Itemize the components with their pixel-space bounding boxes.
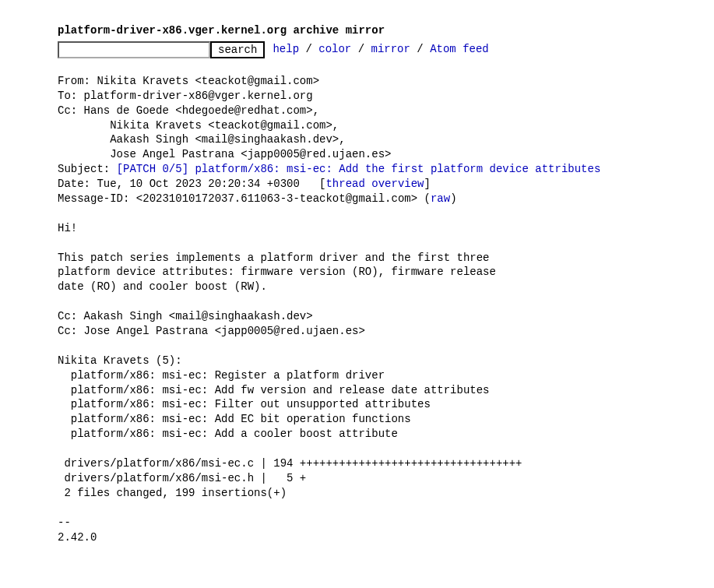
msgid-value: <20231010172037.611063-3-teackot@gmail.c… [136, 192, 424, 205]
bracket-close: ] [424, 178, 431, 190]
msgid-label: Message-ID: [58, 192, 136, 205]
body-text: Hi! This patch series implements a platf… [58, 222, 522, 544]
search-button[interactable]: search [210, 41, 265, 58]
cc-value-2: Nikita Kravets <teackot@gmail.com>, [58, 119, 339, 132]
cc-value-1: Hans de Goede <hdegoede@redhat.com>, [84, 104, 319, 117]
date-gap [300, 178, 319, 190]
atom-feed-link[interactable]: Atom feed [430, 43, 489, 55]
paren-open: ( [424, 192, 431, 205]
search-nav-row: search help / color / mirror / Atom feed [58, 41, 714, 58]
subject-link[interactable]: [PATCH 0/5] platform/x86: msi-ec: Add th… [117, 163, 601, 175]
to-value: platform-driver-x86@vger.kernel.org [84, 90, 313, 102]
message-body: Hi! This patch series implements a platf… [58, 206, 714, 544]
date-value: Tue, 10 Oct 2023 20:20:34 +0300 [97, 178, 299, 190]
mirror-link[interactable]: mirror [371, 43, 410, 55]
message-headers: From: Nikita Kravets <teackot@gmail.com>… [58, 74, 714, 206]
search-input[interactable] [58, 41, 210, 58]
color-link[interactable]: color [318, 43, 351, 55]
nav-sep: / [410, 43, 430, 55]
paren-close: ) [450, 192, 456, 205]
archive-title: platform-driver-x86.vger.kernel.org arch… [58, 23, 714, 38]
raw-link[interactable]: raw [431, 192, 450, 205]
date-label: Date: [58, 178, 97, 190]
help-link[interactable]: help [273, 43, 299, 55]
thread-overview-link[interactable]: thread overview [325, 178, 424, 190]
from-label: From: [58, 75, 97, 87]
cc-value-4: Jose Angel Pastrana <japp0005@red.ujaen.… [58, 148, 391, 160]
subject-label: Subject: [58, 163, 117, 175]
to-label: To: [58, 90, 84, 102]
nav-sep: / [299, 43, 318, 55]
cc-value-3: Aakash Singh <mail@singhaakash.dev>, [58, 133, 346, 146]
nav-sep: / [351, 43, 371, 55]
cc-label: Cc: [58, 104, 84, 117]
from-value: Nikita Kravets <teackot@gmail.com> [97, 75, 319, 87]
nav-links: help / color / mirror / Atom feed [273, 42, 488, 57]
